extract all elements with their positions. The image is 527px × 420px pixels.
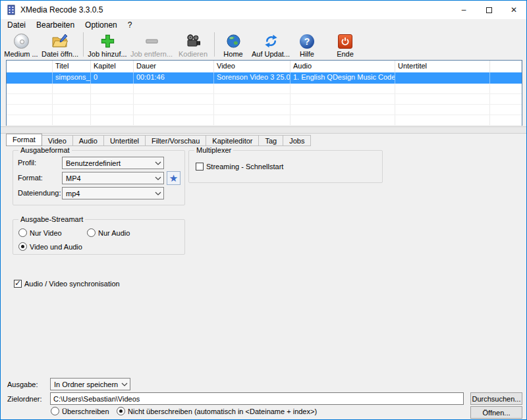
- ausgabe-label: Ausgabe:: [7, 381, 38, 388]
- toolbar-button-label: Datei öffn...: [42, 50, 78, 58]
- splitter-handle[interactable]: [1, 126, 527, 134]
- toolbar-button-kodieren[interactable]: Kodieren: [174, 32, 212, 58]
- video-und-audio-label: Video und Audio: [30, 243, 82, 251]
- dateiendung-row: Dateiendung:: [18, 189, 61, 197]
- tab-jobs[interactable]: Jobs: [283, 135, 311, 146]
- toolbar-button-job-hinzufuegen[interactable]: Job hinzuf...: [86, 32, 129, 58]
- toolbar-button-job-entfernen[interactable]: Job entfern...: [129, 32, 174, 58]
- menu-optionen[interactable]: Optionen: [80, 20, 123, 30]
- format-row: Format:: [18, 174, 43, 182]
- star-icon: ★: [169, 172, 178, 184]
- profil-dropdown[interactable]: Benutzerdefiniert: [62, 157, 164, 169]
- tab-tag[interactable]: Tag: [259, 135, 283, 146]
- window-title: XMedia Recode 3.3.0.5: [20, 5, 103, 14]
- column-header[interactable]: [7, 61, 53, 72]
- minimize-button[interactable]: –: [451, 1, 476, 19]
- toolbar-button-label: Kodieren: [179, 50, 208, 58]
- toolbar: Medium ... Datei öffn... Job hinzuf...: [1, 30, 526, 60]
- tab-filter-vorschau[interactable]: Filter/Vorschau: [146, 135, 206, 146]
- menu-datei[interactable]: Datei: [2, 20, 31, 30]
- profil-value: Benutzerdefiniert: [66, 159, 153, 167]
- tab-format[interactable]: Format: [6, 134, 42, 146]
- radio-icon: [117, 407, 125, 415]
- ausgabe-value: In Ordner speichern: [54, 381, 119, 388]
- maximize-icon: [486, 7, 492, 13]
- multiplexer-legend: Multiplexer: [194, 146, 233, 154]
- toolbar-button-label: Hilfe: [300, 50, 314, 58]
- toolbar-button-datei-oeffnen[interactable]: Datei öffn...: [39, 32, 81, 58]
- video-und-audio-radio[interactable]: Video und Audio: [18, 242, 82, 251]
- column-header-audio[interactable]: Audio: [291, 61, 395, 72]
- table-cell-dauer: 00:01:46: [134, 72, 214, 84]
- ausgabe-dropdown[interactable]: In Ordner speichern: [50, 378, 130, 390]
- table-cell: [490, 72, 522, 84]
- dateiendung-dropdown[interactable]: mp4: [62, 187, 164, 199]
- tab-kapiteleditor[interactable]: Kapiteleditor: [206, 135, 259, 146]
- open-folder-icon: [51, 33, 69, 49]
- table-row: [7, 105, 522, 115]
- table-cell-video: Sorenson Video 3 25.00 H...: [214, 72, 291, 84]
- table-row-selected[interactable]: simpsons_t... 0 00:01:46 Sorenson Video …: [7, 72, 522, 84]
- av-sync-checkbox[interactable]: Audio / Video synchronisation: [14, 280, 120, 288]
- favorite-star-button[interactable]: ★: [167, 171, 180, 185]
- globe-icon: [226, 33, 241, 49]
- maximize-button[interactable]: [476, 1, 501, 19]
- ueberschreiben-radio[interactable]: Überschreiben: [51, 407, 109, 415]
- toolbar-button-medium[interactable]: Medium ...: [3, 32, 39, 58]
- toolbar-button-label: Ende: [337, 50, 354, 58]
- tab-strip: Format Video Audio Untertitel Filter/Vor…: [6, 134, 521, 146]
- ausgabeformat-legend: Ausgabeformat: [18, 146, 72, 154]
- update-arrows-icon: [264, 33, 279, 49]
- menu-bearbeiten[interactable]: Bearbeiten: [31, 20, 80, 30]
- durchsuchen-button[interactable]: Durchsuchen...: [470, 392, 522, 405]
- profil-row: Profil:: [18, 159, 36, 167]
- menu-hilfe[interactable]: ?: [123, 20, 138, 30]
- close-icon: ✕: [511, 5, 517, 14]
- toolbar-button-home[interactable]: Home: [217, 32, 250, 58]
- toolbar-button-label: Job entfern...: [130, 50, 173, 58]
- disc-icon: [14, 33, 29, 49]
- ausgabe-streamart-legend: Ausgabe-Streamart: [18, 215, 85, 223]
- multiplexer-group: Multiplexer Streaming - Schnellstart: [188, 150, 383, 183]
- format-dropdown[interactable]: MP4: [62, 172, 164, 184]
- toolbar-button-ende[interactable]: Ende: [330, 32, 360, 58]
- nur-audio-radio[interactable]: Nur Audio: [87, 228, 130, 237]
- nur-video-radio[interactable]: Nur Video: [18, 228, 62, 237]
- column-header-filler: [490, 61, 522, 72]
- nicht-ueberschreiben-radio[interactable]: Nicht überschreiben (automatisch in <Dat…: [117, 407, 317, 415]
- tab-untertitel[interactable]: Untertitel: [104, 135, 146, 146]
- chevron-down-icon: [119, 382, 130, 386]
- nur-audio-label: Nur Audio: [98, 229, 130, 237]
- toolbar-button-auf-update[interactable]: Auf Updat...: [250, 32, 292, 58]
- checkbox-icon: [196, 163, 204, 171]
- column-header-dauer[interactable]: Dauer: [134, 61, 214, 72]
- toolbar-separator: [214, 32, 215, 57]
- radio-icon: [51, 407, 59, 415]
- add-plus-icon: [100, 33, 115, 49]
- zielordner-input[interactable]: [50, 392, 464, 405]
- column-header-video[interactable]: Video: [214, 61, 291, 72]
- toolbar-button-label: Auf Updat...: [252, 50, 290, 58]
- chevron-down-icon: [153, 176, 163, 180]
- streaming-schnellstart-checkbox[interactable]: Streaming - Schnellstart: [196, 163, 283, 171]
- tab-audio[interactable]: Audio: [73, 135, 104, 146]
- toolbar-button-label: Home: [223, 50, 242, 58]
- profil-label: Profil:: [18, 159, 36, 167]
- power-icon: [338, 33, 352, 49]
- column-header-titel[interactable]: Titel: [53, 61, 91, 72]
- title-bar: XMedia Recode 3.3.0.5 – ✕: [1, 1, 526, 19]
- menu-bar: Datei Bearbeiten Optionen ?: [1, 19, 526, 30]
- table-cell: [7, 72, 53, 84]
- remove-minus-icon: [144, 33, 159, 49]
- column-header-kapitel[interactable]: Kapitel: [91, 61, 134, 72]
- format-label: Format:: [18, 174, 43, 182]
- tab-video[interactable]: Video: [42, 135, 73, 146]
- radio-icon: [87, 228, 96, 237]
- radio-icon: [18, 242, 27, 251]
- close-button[interactable]: ✕: [501, 1, 526, 19]
- oeffnen-button[interactable]: Öffnen...: [470, 406, 522, 419]
- checkbox-icon: [14, 280, 22, 288]
- ausgabe-streamart-group: Ausgabe-Streamart Nur Video Nur Audio Vi…: [13, 219, 185, 255]
- toolbar-button-hilfe[interactable]: ? Hilfe: [292, 32, 322, 58]
- column-header-untertitel[interactable]: Untertitel: [395, 61, 490, 72]
